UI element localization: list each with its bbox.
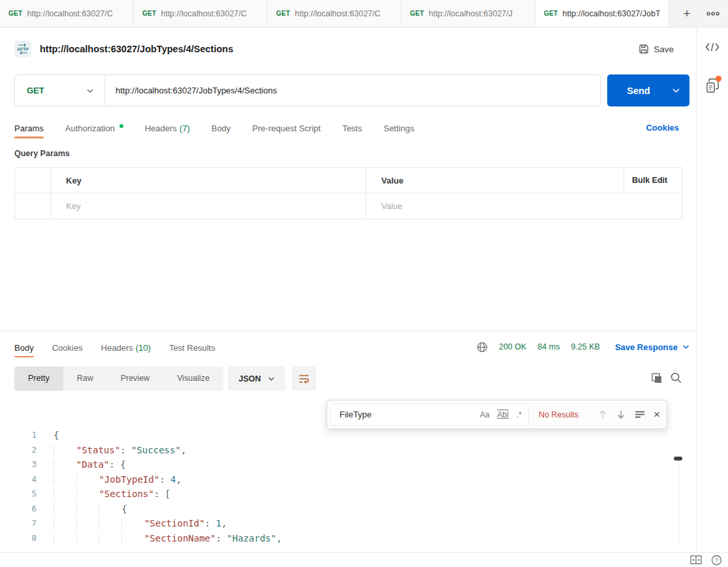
arrow-up-icon bbox=[598, 410, 607, 419]
tab-authorization[interactable]: Authorization bbox=[65, 123, 123, 133]
cookies-link[interactable]: Cookies bbox=[646, 123, 679, 133]
workspace-tab[interactable]: GEThttp://localhost:63027/JobTypes/4/Sec… bbox=[535, 0, 669, 27]
find-input[interactable]: FileType Aa Abl .* bbox=[330, 404, 529, 426]
line-number: 4 bbox=[0, 472, 37, 487]
tab-label: Headers bbox=[101, 343, 133, 353]
method-select[interactable]: GET bbox=[15, 75, 105, 106]
status-bar: ? bbox=[0, 552, 728, 567]
find-in-selection-button[interactable] bbox=[635, 410, 645, 419]
pane-divider[interactable] bbox=[0, 331, 696, 331]
send-options-button[interactable] bbox=[666, 88, 686, 93]
request-title: http://localhost:63027/JobTypes/4/Sectio… bbox=[40, 44, 233, 54]
code-text: "JobTypeId": 4, bbox=[37, 472, 182, 487]
tab-count-badge: (10) bbox=[136, 343, 151, 353]
response-body-viewer[interactable]: 1{2 "Status": "Success",3 "Data": {4 "Jo… bbox=[0, 428, 692, 552]
tab-body[interactable]: Body bbox=[212, 123, 231, 133]
response-tab-cookies[interactable]: Cookies bbox=[52, 343, 83, 353]
help-button[interactable]: ? bbox=[711, 555, 722, 566]
find-results-status: No Results bbox=[539, 410, 578, 419]
tab-label: Authorization bbox=[65, 123, 115, 133]
search-response-button[interactable] bbox=[669, 370, 683, 385]
tab-label: Tests bbox=[342, 123, 362, 133]
regex-icon[interactable]: .* bbox=[516, 410, 522, 419]
notification-dot bbox=[716, 76, 721, 82]
close-icon: × bbox=[654, 408, 660, 421]
scrollbar-thumb[interactable] bbox=[674, 457, 682, 461]
auth-status-dot-icon bbox=[119, 124, 123, 128]
tab-label: Body bbox=[212, 123, 231, 133]
code-line: 6 { bbox=[0, 502, 692, 517]
http-request-icon: HTTP bbox=[14, 40, 31, 57]
match-case-icon[interactable]: Aa bbox=[480, 410, 490, 419]
tab-settings[interactable]: Settings bbox=[383, 123, 414, 133]
tab-pre-request-script[interactable]: Pre-request Script bbox=[252, 123, 321, 133]
wrap-text-icon bbox=[298, 374, 309, 384]
code-line: 8 "SectionName": "Hazards", bbox=[0, 531, 692, 546]
response-tab-test-results[interactable]: Test Results bbox=[169, 343, 215, 353]
tab-more-options-button[interactable] bbox=[706, 11, 720, 16]
response-tab-headers[interactable]: Headers(10) bbox=[101, 343, 151, 353]
tab-label: Params bbox=[14, 123, 44, 133]
bulk-edit-button[interactable]: Bulk Edit bbox=[624, 168, 682, 193]
query-params-table: Key Value Bulk Edit Key Value bbox=[14, 167, 682, 219]
workspace-tab[interactable]: GEThttp://localhost:63027/C bbox=[0, 0, 134, 27]
code-text: { bbox=[37, 428, 59, 443]
chevron-down-icon bbox=[682, 344, 689, 349]
scrollbar-track bbox=[678, 453, 679, 547]
param-key-input[interactable]: Key bbox=[51, 193, 366, 219]
arrow-down-icon bbox=[616, 410, 625, 419]
plus-icon: + bbox=[683, 7, 690, 21]
view-tab-visualize[interactable]: Visualize bbox=[163, 366, 223, 391]
panel-toggle-icon bbox=[690, 555, 702, 564]
context-rail bbox=[696, 28, 728, 552]
tab-url-label: http://localhost:63027/JobTypes/4/Sectio… bbox=[562, 9, 660, 18]
find-next-button[interactable] bbox=[616, 410, 625, 419]
copy-icon bbox=[651, 372, 663, 384]
copy-response-button[interactable] bbox=[650, 371, 664, 385]
workspace-tab[interactable]: GEThttp://localhost:63027/C bbox=[268, 0, 402, 27]
tab-params[interactable]: Params bbox=[14, 123, 44, 133]
send-button[interactable]: Send bbox=[607, 74, 689, 106]
request-tabs: ParamsAuthorizationHeaders(7)BodyPre-req… bbox=[14, 118, 414, 138]
response-size: 9.25 KB bbox=[571, 342, 599, 351]
param-row-handle bbox=[15, 193, 51, 219]
svg-text:HTTP: HTTP bbox=[17, 47, 29, 52]
save-icon bbox=[639, 44, 649, 54]
method-label: GET bbox=[27, 86, 44, 95]
tab-tests[interactable]: Tests bbox=[342, 123, 362, 133]
view-tab-pretty[interactable]: Pretty bbox=[14, 366, 63, 391]
workspace-tab[interactable]: GEThttp://localhost:63027/J bbox=[402, 0, 535, 27]
whole-word-icon[interactable]: Abl bbox=[498, 410, 509, 419]
tab-label: Cookies bbox=[52, 343, 83, 353]
find-overlay: FileType Aa Abl .* No Results × bbox=[326, 400, 667, 429]
response-tab-body[interactable]: Body bbox=[14, 343, 34, 353]
panel-toggle-button[interactable] bbox=[690, 555, 702, 564]
response-tabs: BodyCookiesHeaders(10)Test Results bbox=[14, 337, 215, 359]
new-tab-button[interactable]: + bbox=[678, 5, 695, 22]
tab-method-label: GET bbox=[142, 10, 156, 17]
tab-label: Settings bbox=[383, 123, 414, 133]
svg-text:?: ? bbox=[715, 557, 718, 564]
code-snippet-button[interactable] bbox=[705, 42, 720, 54]
view-tab-preview[interactable]: Preview bbox=[107, 366, 163, 391]
save-button[interactable]: Save bbox=[639, 44, 674, 54]
param-value-input[interactable]: Value bbox=[366, 193, 624, 219]
tab-headers[interactable]: Headers(7) bbox=[145, 123, 190, 133]
param-select-column-header bbox=[15, 168, 51, 193]
close-find-button[interactable]: × bbox=[654, 409, 660, 420]
comments-button[interactable] bbox=[706, 78, 720, 97]
url-input[interactable]: http://localhost:63027/JobTypes/4/Sectio… bbox=[116, 86, 277, 95]
find-previous-button[interactable] bbox=[598, 410, 607, 419]
code-text: "Data": { bbox=[37, 457, 126, 472]
view-tab-raw[interactable]: Raw bbox=[63, 366, 107, 391]
help-icon: ? bbox=[711, 555, 722, 566]
save-response-button[interactable]: Save Response bbox=[615, 342, 689, 352]
url-box: GET http://localhost:63027/JobTypes/4/Se… bbox=[14, 74, 601, 106]
tab-url-label: http://localhost:63027/C bbox=[161, 9, 259, 18]
language-select[interactable]: JSON bbox=[228, 366, 285, 391]
code-line: 2 "Status": "Success", bbox=[0, 443, 692, 458]
wrap-lines-button[interactable] bbox=[292, 366, 316, 391]
workspace-tab[interactable]: GEThttp://localhost:63027/C bbox=[134, 0, 268, 27]
send-label: Send bbox=[611, 86, 666, 96]
chevron-down-icon bbox=[672, 88, 680, 93]
